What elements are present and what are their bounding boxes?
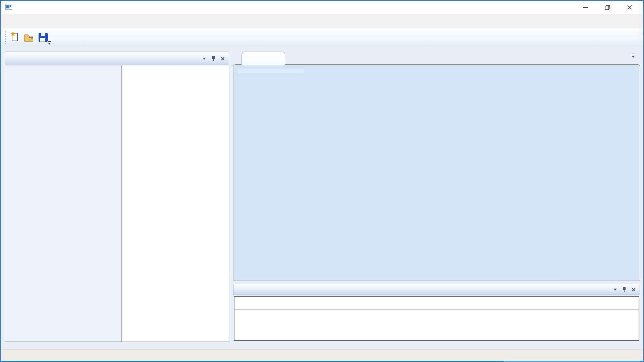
open-folder-icon: ↪ — [24, 36, 33, 42]
minimize-icon — [583, 7, 588, 8]
heatmap-cells-overlay — [234, 94, 564, 280]
tab-list-icon[interactable] — [632, 54, 636, 58]
open-project-button[interactable]: ↪ — [23, 31, 35, 44]
panel-close-icon[interactable]: × — [221, 56, 225, 61]
log-panel-header: × — [233, 284, 640, 295]
close-icon — [627, 5, 632, 10]
objects-panel-header: × — [5, 52, 229, 65]
maximize-button[interactable] — [596, 2, 619, 13]
new-project-button[interactable]: * — [9, 31, 21, 44]
map-view-panel — [233, 64, 640, 281]
window-controls — [574, 1, 641, 14]
surface-heatmap[interactable] — [234, 94, 564, 280]
objects-tree — [122, 65, 229, 342]
toolbar: * ↪ — [1, 28, 643, 46]
panel-menu-icon[interactable] — [203, 58, 206, 60]
application-window: * ↪ × — [0, 0, 644, 362]
cursor-info-overlay — [238, 69, 305, 73]
app-icon — [5, 4, 12, 10]
log-table-header — [234, 297, 639, 310]
toolbar-grip[interactable] — [5, 32, 6, 44]
objects-panel: × — [5, 52, 229, 342]
operations-accordion — [5, 65, 122, 342]
toolbar-overflow-button[interactable] — [48, 41, 52, 45]
restore-icon — [605, 5, 610, 10]
menu-bar — [1, 14, 643, 28]
panel-close-icon[interactable]: × — [632, 287, 636, 292]
close-button[interactable] — [619, 2, 641, 13]
save-project-button[interactable] — [37, 31, 49, 44]
titlebar — [1, 1, 643, 14]
save-floppy-icon — [39, 33, 48, 42]
log-table — [234, 296, 639, 341]
status-bar — [1, 349, 643, 361]
window-bottom-border — [1, 361, 643, 362]
new-document-icon: * — [12, 33, 18, 41]
panel-menu-icon[interactable] — [613, 289, 617, 291]
tab-window1[interactable] — [241, 52, 285, 65]
pin-icon[interactable] — [622, 287, 626, 292]
pin-icon[interactable] — [211, 56, 215, 61]
minimize-button[interactable] — [574, 2, 596, 13]
log-panel: × — [233, 284, 640, 342]
